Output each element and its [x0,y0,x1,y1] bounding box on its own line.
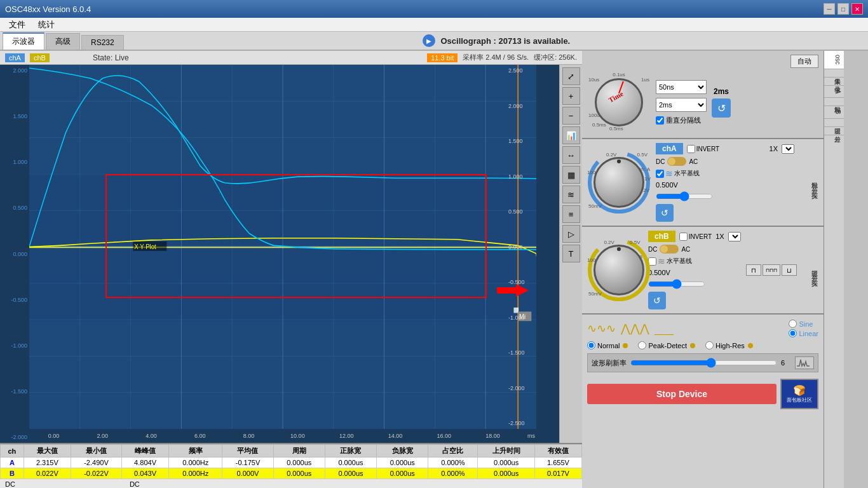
histogram-btn[interactable]: 📊 [562,126,580,144]
time-dropdown-2[interactable]: 2ms 5ms 10ms [656,98,707,112]
far-right-b[interactable]: B [824,106,844,119]
col-peak: 峰峰值 [122,445,169,458]
chb-volt-knob[interactable] [593,245,644,295]
tab-rs232[interactable]: RS232 [81,35,124,50]
fullscreen-btn[interactable]: ⤢ [562,67,580,85]
table-row-b: B 0.022V -0.022V 0.043V 0.000Hz 0.000V 0… [1,468,582,479]
cha-hline-label: ≋ 水平基线 [656,168,794,179]
dc-label-b: DC [130,480,140,488]
buffer: 缓冲区: 256K. [534,53,577,62]
t-marker-btn[interactable]: T [562,245,580,262]
cell-b-period: 0.000us [273,468,325,479]
chb-hline-slider[interactable] [648,279,705,289]
close-button[interactable]: ✕ [851,3,863,15]
vert-divider-label: 垂直分隔线 [656,116,707,125]
svg-text:X Y Plot: X Y Plot [134,243,156,250]
linear-radio[interactable] [789,329,797,337]
cha-volt-knob[interactable] [593,157,644,208]
cha-name-button[interactable]: chA [656,143,683,154]
far-right-trigger[interactable]: 触发 [824,98,844,106]
maximize-button[interactable]: □ [837,3,849,15]
y-axis-right: 2.500 2.000 1.500 1.000 0.500 0.000 -0.5… [507,65,536,429]
y-label-cha-00: 0.000 [0,251,29,257]
osc-status-title: Oscillograph : 20713 is available. [440,36,570,46]
waveform-square-btn[interactable]: ⊓ [746,264,761,276]
grid-btn[interactable]: ▦ [562,166,580,184]
cell-a-period: 0.000us [273,458,325,468]
cell-b-rms: 0.017V [534,468,581,479]
col-min: 最小值 [71,445,121,458]
col-duty: 占空比 [428,445,478,458]
far-right-record[interactable]: 录像 [824,78,844,86]
zoom-in-btn[interactable]: + [562,87,580,105]
chb-waveform-selector: ⊓ ⊓⊓⊓ ⊔ [746,264,797,276]
app-title: OSC48xx Version 6.0.4 [5,4,91,14]
cell-b-ch: B [1,468,24,479]
peak-detect-radio[interactable] [638,341,646,349]
cell-a-min: -2.490V [71,458,121,468]
cha-refresh-button[interactable]: ↺ [656,204,674,222]
chb-multiplier-select[interactable]: ▼ [728,232,741,241]
chb-dc-ac-toggle[interactable] [660,245,679,254]
cell-a-avg: -0.175V [222,458,273,468]
time-refresh-button[interactable]: ↺ [712,98,731,118]
time-dropdown-1[interactable]: 50ns 100ns 1us [656,80,707,94]
cha-hline-slider[interactable] [656,191,713,201]
waveform-icons-row: ⊓ ⊓⊓⊓ ⊔ [746,264,797,276]
chart-container: 2.000 1.500 1.000 0.500 0.000 -0.500 -1.… [0,65,559,443]
menu-file[interactable]: 文件 [3,18,32,32]
cha-invert-label: INVERT [687,145,720,153]
col-freq: 频率 [169,445,222,458]
scope-display: 2.000 1.500 1.000 0.500 0.000 -0.500 -1.… [0,65,582,443]
scope-toolbar: ⤢ + − 📊 ↔ ▦ ≋ ≡ ▷ T [559,65,582,443]
far-right-a[interactable]: A [824,86,844,98]
chb-name-button[interactable]: chB [648,231,675,242]
play-fwd-btn[interactable]: ▷ [562,225,580,243]
time-section: 自动 0.1us 1us 10us 100us 0.5ms 0.5ms Time [582,51,824,139]
high-res-label: High-Res [705,341,753,349]
logo-text: 面包板社区 [787,396,812,403]
col-avg: 平均值 [222,445,273,458]
sine-linear-options: Sine Linear [789,320,818,337]
stop-device-button[interactable]: Stop Device [587,384,776,404]
play-button[interactable]: ▶ [423,34,435,47]
far-right-logic[interactable]: 逻辑 [824,119,844,127]
tab-advanced[interactable]: 高级 [46,33,80,50]
chb-invert-checkbox[interactable] [679,233,688,241]
normal-radio[interactable] [587,341,595,349]
zoom-out-btn[interactable]: − [562,107,580,125]
time-dropdowns: 50ns 100ns 1us 2ms 5ms 10ms 垂直分隔线 [656,80,707,125]
stop-logo-row: Stop Device 🍞 面包板社区 [587,379,818,409]
auto-button[interactable]: 自动 [790,55,818,68]
time-knob[interactable]: Time [595,78,643,126]
far-right-osc[interactable]: osc [824,51,844,69]
chb-refresh-button[interactable]: ↺ [648,292,666,309]
cha-dc-ac-toggle[interactable] [667,157,686,166]
cha-hline-checkbox[interactable] [656,170,664,178]
chb-label: chB [30,53,50,62]
waveform-pulse-btn[interactable]: ⊓⊓⊓ [763,264,780,276]
chb-volt-knob-container: 0.2V 0.5V ch: B 1V 2V 50mV 100mV [587,238,643,302]
menu-stats[interactable]: 统计 [32,18,61,32]
far-right-diff[interactable]: 差分 [824,127,844,135]
minimize-button[interactable]: ─ [824,3,835,15]
vert-divider-checkbox[interactable] [656,116,664,125]
high-res-radio[interactable] [705,341,714,349]
far-right-panel: osc 采集卡 录像 A 触发 B 逻辑 差分 [824,51,844,488]
cha-invert-checkbox[interactable] [687,145,695,153]
bit-rate: 11.3 bit [427,53,458,62]
y-label-cha-05: 0.500 [0,205,29,211]
cha-side-labels: 触发 差分 探头 [799,177,818,187]
ch-status-bar: chA chB State: Live 11.3 bit 采样率 2.4M / … [0,51,582,65]
wave-rate-slider[interactable] [630,358,777,368]
tab-oscilloscope[interactable]: 示波器 [3,32,44,50]
table-btn[interactable]: ≡ [562,205,580,223]
cell-a-rise: 0.000us [478,458,534,468]
cell-b-max: 0.022V [24,468,71,479]
waveform-step-btn[interactable]: ⊔ [782,264,797,276]
expand-btn[interactable]: ↔ [562,146,580,164]
far-right-capture[interactable]: 采集卡 [824,69,844,78]
sine-radio[interactable] [789,320,797,328]
waveform-btn[interactable]: ≋ [562,186,580,203]
cha-multiplier-select[interactable]: ▼ [782,144,794,154]
